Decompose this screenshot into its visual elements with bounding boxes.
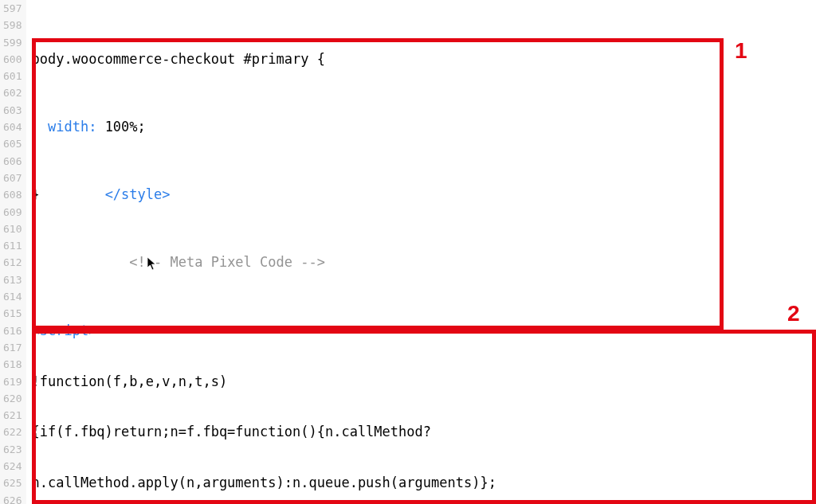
code-line: } </style> — [31, 186, 816, 203]
line-number: 613 — [3, 272, 22, 288]
code-area[interactable]: body.woocommerce-checkout #primary { wid… — [26, 0, 816, 504]
code-text: } — [31, 186, 39, 202]
line-number: 600 — [3, 51, 22, 68]
line-number: 612 — [3, 254, 22, 271]
line-number: 602 — [3, 84, 22, 101]
line-number: 619 — [3, 373, 22, 390]
line-number: 608 — [3, 186, 22, 203]
code-line: <!-- Meta Pixel Code --> — [31, 254, 816, 271]
line-number: 609 — [3, 204, 22, 221]
line-number: 620 — [3, 390, 22, 407]
code-tag: <script> — [31, 322, 96, 338]
code-line: body.woocommerce-checkout #primary { — [31, 51, 816, 68]
line-number: 626 — [3, 492, 22, 504]
line-number: 617 — [3, 339, 22, 356]
code-comment: <!-- Meta Pixel Code --> — [129, 254, 325, 270]
code-indent — [31, 254, 129, 270]
line-number: 611 — [3, 237, 22, 254]
line-number: 615 — [3, 305, 22, 322]
code-editor[interactable]: 5975985996006016026036046056066076086096… — [0, 0, 816, 504]
annotation-label-2: 2 — [787, 301, 800, 326]
code-text: {if(f.fbq)return;n=f.fbq=function(){n.ca… — [31, 424, 431, 440]
line-number: 621 — [3, 407, 22, 424]
code-text: !function(f,b,e,v,n,t,s) — [31, 373, 227, 389]
line-number: 607 — [3, 170, 22, 186]
line-number: 603 — [3, 102, 22, 119]
code-text: 100%; — [96, 119, 145, 135]
line-number: 622 — [3, 424, 22, 440]
line-number: 599 — [3, 34, 22, 51]
line-number: 614 — [3, 288, 22, 305]
code-line: n.callMethod.apply(n,arguments):n.queue.… — [31, 475, 816, 491]
line-number: 597 — [3, 0, 22, 17]
line-number: 618 — [3, 356, 22, 373]
line-number: 604 — [3, 119, 22, 135]
line-number: 601 — [3, 68, 22, 84]
line-number: 605 — [3, 135, 22, 152]
line-number: 624 — [3, 458, 22, 475]
code-indent — [31, 119, 47, 135]
code-text: body.woocommerce-checkout #primary { — [31, 51, 324, 67]
line-number: 598 — [3, 17, 22, 33]
code-indent — [40, 186, 105, 202]
code-line: {if(f.fbq)return;n=f.fbq=function(){n.ca… — [31, 424, 816, 440]
code-line: <script> — [31, 322, 816, 339]
code-text: n.callMethod.apply(n,arguments):n.queue.… — [31, 475, 496, 490]
line-number: 610 — [3, 221, 22, 237]
code-keyword: width: — [48, 119, 96, 135]
code-line: width: 100%; — [31, 119, 816, 135]
line-number: 606 — [3, 153, 22, 170]
line-number: 623 — [3, 441, 22, 458]
line-number: 616 — [3, 322, 22, 339]
annotation-label-1: 1 — [735, 38, 747, 64]
code-tag: </style> — [105, 186, 171, 202]
code-line: !function(f,b,e,v,n,t,s) — [31, 373, 816, 390]
line-number-gutter: 5975985996006016026036046056066076086096… — [0, 0, 26, 504]
line-number: 625 — [3, 475, 22, 491]
